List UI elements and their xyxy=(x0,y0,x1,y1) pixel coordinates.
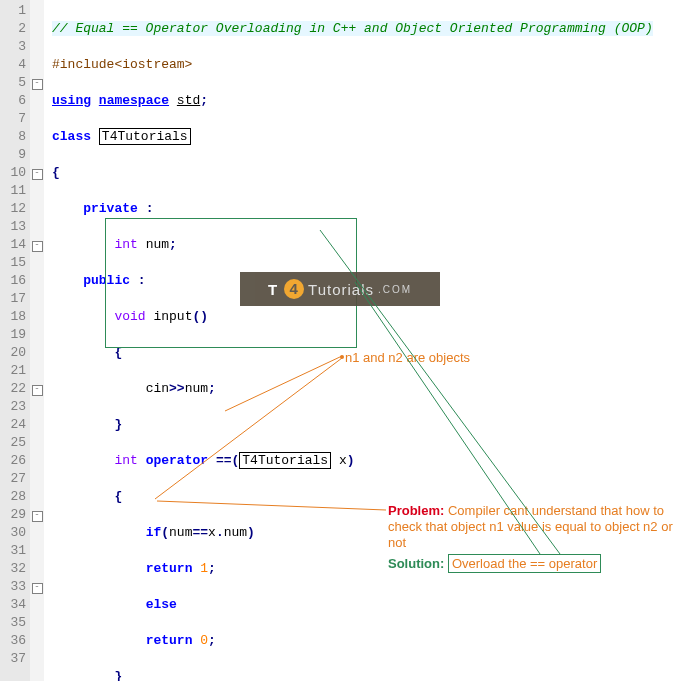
annotation-solution-text: Overload the == operator xyxy=(448,554,601,573)
kw-else: else xyxy=(146,597,177,612)
kw-using: using xyxy=(52,93,91,108)
type-int2: int xyxy=(114,453,137,468)
annotation-solution-label: Solution: xyxy=(388,556,444,571)
ident-x: x xyxy=(208,525,216,540)
func-input: input xyxy=(153,309,192,324)
type-void: void xyxy=(114,309,145,324)
code-area: // Equal == Operator Overloading in C++ … xyxy=(44,0,661,681)
code-editor: 1234567891011121314151617181920212223242… xyxy=(0,0,700,681)
ident-std: std xyxy=(177,93,200,108)
fold-toggle-icon[interactable]: - xyxy=(32,169,43,180)
op-dot: . xyxy=(216,525,224,540)
fold-toggle-icon[interactable]: - xyxy=(32,241,43,252)
fold-toggle-icon[interactable]: - xyxy=(32,511,43,522)
ident-num2: num xyxy=(185,381,208,396)
kw-return: return xyxy=(146,561,193,576)
line-number-gutter: 1234567891011121314151617181920212223242… xyxy=(0,0,30,681)
num-0: 0 xyxy=(200,633,208,648)
annotation-solution-block: Solution: Overload the == operator xyxy=(388,556,688,572)
fold-toggle-icon[interactable]: - xyxy=(32,385,43,396)
op-eqeq: == xyxy=(216,453,232,468)
num-1: 1 xyxy=(200,561,208,576)
param-x: x xyxy=(339,453,347,468)
type-int: int xyxy=(114,237,137,252)
kw-private: private xyxy=(83,201,138,216)
ident-num3: num xyxy=(169,525,192,540)
annotation-problem-block: Problem: Compiler cant understand that h… xyxy=(388,503,678,551)
kw-class: class xyxy=(52,129,91,144)
fold-column: ------ xyxy=(30,0,44,681)
cin: cin xyxy=(146,381,169,396)
kw-return2: return xyxy=(146,633,193,648)
op-eqeq2: == xyxy=(192,525,208,540)
kw-namespace: namespace xyxy=(99,93,169,108)
class-name: T4Tutorials xyxy=(99,128,191,145)
fold-toggle-icon[interactable]: - xyxy=(32,583,43,594)
annotation-objects-label: n1 and n2 are objects xyxy=(345,350,470,366)
ident-num4: num xyxy=(224,525,247,540)
kw-operator: operator xyxy=(146,453,208,468)
annotation-problem-label: Problem: xyxy=(388,503,444,518)
include-line: #include<iostream> xyxy=(52,57,192,72)
param-type: T4Tutorials xyxy=(239,452,331,469)
comment-line: // Equal == Operator Overloading in C++ … xyxy=(52,21,653,36)
kw-if: if xyxy=(146,525,162,540)
ident-num: num xyxy=(146,237,169,252)
fold-toggle-icon[interactable]: - xyxy=(32,79,43,90)
kw-public: public xyxy=(83,273,130,288)
